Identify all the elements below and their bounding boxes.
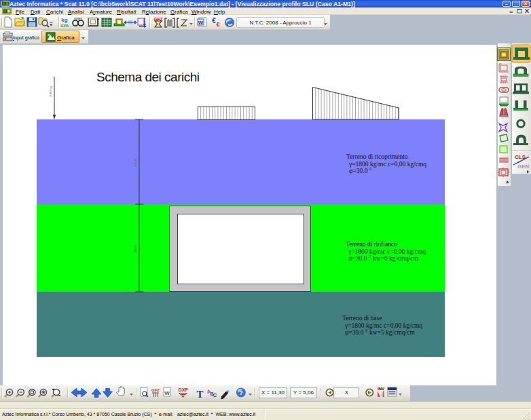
svg-text:W: W — [164, 390, 170, 396]
svg-text:cm: cm — [60, 22, 69, 28]
svg-text:Input grafico: Input grafico — [13, 35, 39, 41]
svg-text:φ=30.0 ° kw=0 kg/cmq/cm: φ=30.0 ° kw=0 kg/cmq/cm — [348, 255, 418, 262]
svg-text:W: W — [198, 20, 204, 26]
svg-text:250.0: 250.0 — [134, 159, 137, 167]
svg-text:Terreno di ricoprimento: Terreno di ricoprimento — [346, 153, 408, 160]
svg-text:Schema dei carichi: Schema dei carichi — [96, 70, 200, 84]
svg-text:260.0: 260.0 — [134, 245, 137, 253]
svg-text:T: T — [197, 389, 204, 400]
svg-text:Grafica: Grafica — [57, 35, 75, 41]
svg-text:γ=1800 kg/mc c=0,00 kg/cmq: γ=1800 kg/mc c=0,00 kg/cmq — [348, 248, 426, 255]
svg-text:€: € — [216, 21, 219, 28]
svg-text:Terreno di rinfianco: Terreno di rinfianco — [346, 241, 397, 248]
svg-text:DXF: DXF — [179, 387, 189, 392]
svg-text:γ=1800 kg/mc c=0,00 kg/cmq: γ=1800 kg/mc c=0,00 kg/cmq — [344, 322, 422, 329]
svg-text:notes: notes — [74, 16, 83, 20]
svg-text:C: C — [213, 392, 217, 398]
svg-text:1000 kg: 1000 kg — [49, 85, 52, 97]
svg-text:INV: INV — [378, 387, 384, 391]
svg-text:GFZ: GFZ — [151, 388, 160, 392]
svg-text:€: € — [212, 17, 216, 24]
svg-text:φ=30.0 ° kw=5 kg/cmq/cm: φ=30.0 ° kw=5 kg/cmq/cm — [345, 329, 415, 336]
svg-text:γ=1800 kg/mc c=0,00 kg/cmq: γ=1800 kg/mc c=0,00 kg/cmq — [348, 161, 426, 168]
svg-text:Terreno di base: Terreno di base — [342, 315, 382, 322]
svg-text:φ=30.0 °: φ=30.0 ° — [349, 168, 372, 174]
svg-text:GEN: GEN — [517, 164, 530, 170]
svg-text:?: ? — [239, 389, 243, 396]
